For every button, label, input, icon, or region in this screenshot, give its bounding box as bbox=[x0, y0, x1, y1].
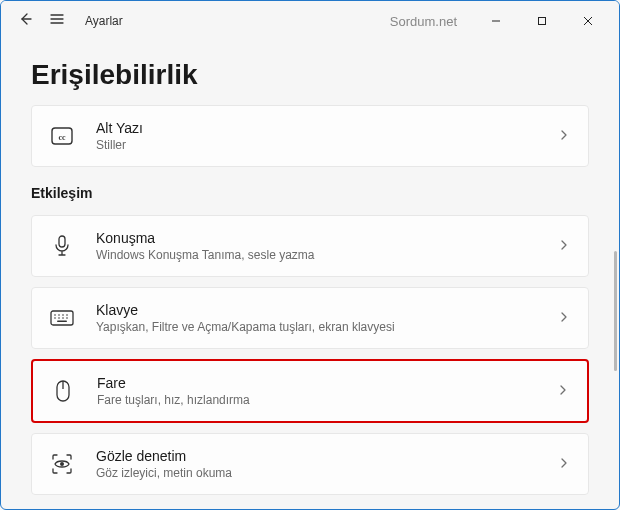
keyboard-icon bbox=[46, 310, 78, 326]
chevron-right-icon bbox=[557, 382, 569, 400]
card-title: Konuşma bbox=[96, 230, 558, 246]
card-title: Fare bbox=[97, 375, 557, 391]
card-keyboard[interactable]: Klavye Yapışkan, Filtre ve Açma/Kapama t… bbox=[31, 287, 589, 349]
svg-rect-0 bbox=[539, 18, 546, 25]
hamburger-icon[interactable] bbox=[49, 11, 65, 31]
eye-scan-icon bbox=[46, 453, 78, 475]
chevron-right-icon bbox=[558, 455, 570, 473]
page-title: Erişilebilirlik bbox=[1, 41, 619, 105]
svg-point-12 bbox=[66, 317, 68, 319]
svg-point-9 bbox=[54, 317, 56, 319]
nav-icons bbox=[9, 11, 65, 31]
cc-icon: cc bbox=[46, 127, 78, 145]
app-title: Ayarlar bbox=[85, 14, 123, 28]
section-header: Etkileşim bbox=[31, 185, 589, 201]
content-area: cc Alt Yazı Stiller Etkileşim Konuşma Wi… bbox=[1, 105, 619, 510]
watermark: Sordum.net bbox=[390, 14, 457, 29]
svg-point-5 bbox=[54, 314, 56, 316]
chevron-right-icon bbox=[558, 309, 570, 327]
svg-point-11 bbox=[62, 317, 64, 319]
svg-point-8 bbox=[66, 314, 68, 316]
mouse-icon bbox=[47, 380, 79, 402]
card-title: Alt Yazı bbox=[96, 120, 558, 136]
svg-point-6 bbox=[58, 314, 60, 316]
card-title: Gözle denetim bbox=[96, 448, 558, 464]
svg-rect-13 bbox=[57, 321, 67, 323]
card-subtitle: Fare tuşları, hız, hızlandırma bbox=[97, 393, 557, 407]
card-subtitle: Yapışkan, Filtre ve Açma/Kapama tuşları,… bbox=[96, 320, 558, 334]
svg-point-16 bbox=[60, 462, 64, 466]
card-subtitle: Göz izleyici, metin okuma bbox=[96, 466, 558, 480]
card-speech[interactable]: Konuşma Windows Konuşma Tanıma, sesle ya… bbox=[31, 215, 589, 277]
card-subtitles[interactable]: cc Alt Yazı Stiller bbox=[31, 105, 589, 167]
chevron-right-icon bbox=[558, 127, 570, 145]
card-subtitle: Stiller bbox=[96, 138, 558, 152]
back-icon[interactable] bbox=[17, 11, 33, 31]
microphone-icon bbox=[46, 235, 78, 257]
svg-rect-3 bbox=[59, 236, 65, 247]
svg-text:cc: cc bbox=[58, 133, 66, 142]
card-eye-control[interactable]: Gözle denetim Göz izleyici, metin okuma bbox=[31, 433, 589, 495]
titlebar: Ayarlar Sordum.net bbox=[1, 1, 619, 41]
scrollbar[interactable] bbox=[614, 251, 617, 371]
close-button[interactable] bbox=[565, 5, 611, 37]
svg-point-7 bbox=[62, 314, 64, 316]
minimize-button[interactable] bbox=[473, 5, 519, 37]
card-mouse[interactable]: Fare Fare tuşları, hız, hızlandırma bbox=[31, 359, 589, 423]
card-subtitle: Windows Konuşma Tanıma, sesle yazma bbox=[96, 248, 558, 262]
maximize-button[interactable] bbox=[519, 5, 565, 37]
svg-point-10 bbox=[58, 317, 60, 319]
chevron-right-icon bbox=[558, 237, 570, 255]
card-title: Klavye bbox=[96, 302, 558, 318]
window-controls bbox=[473, 5, 611, 37]
